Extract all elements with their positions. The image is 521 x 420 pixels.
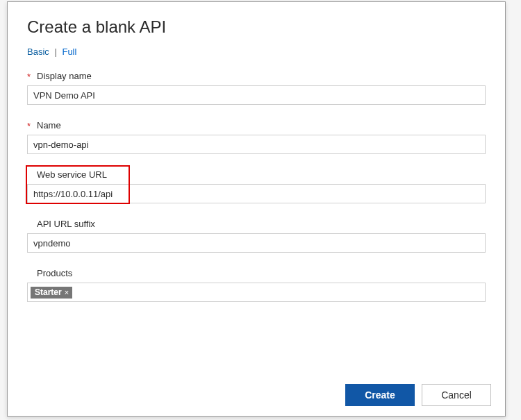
label-text: Products (37, 268, 72, 278)
field-web-service-url: Web service URL (27, 169, 486, 203)
remove-tag-icon[interactable]: × (65, 288, 69, 296)
dialog-title: Create a blank API (27, 17, 486, 37)
required-star-icon: * (27, 72, 31, 82)
tab-full[interactable]: Full (62, 47, 76, 57)
product-tag-label: Starter (35, 287, 62, 297)
tab-separator: | (54, 47, 56, 57)
dialog-footer: Create Cancel (8, 374, 505, 416)
label-text: Web service URL (37, 169, 107, 180)
products-tag-input[interactable]: Starter × (27, 283, 486, 302)
label-text: Display name (37, 71, 92, 81)
label-text: Name (37, 120, 61, 131)
label-api-url-suffix: API URL suffix (27, 219, 486, 229)
dialog-backdrop: Create a blank API Basic | Full * Displa… (0, 0, 521, 420)
cancel-button[interactable]: Cancel (422, 384, 491, 406)
name-input[interactable] (27, 135, 486, 154)
label-display-name: * Display name (27, 71, 486, 81)
api-url-suffix-input[interactable] (27, 233, 486, 253)
create-api-dialog: Create a blank API Basic | Full * Displa… (7, 1, 506, 417)
label-text: API URL suffix (37, 219, 95, 229)
field-display-name: * Display name (27, 71, 486, 105)
label-name: * Name (27, 120, 486, 131)
display-name-input[interactable] (27, 85, 486, 105)
field-products: Products Starter × (27, 268, 486, 302)
field-name: * Name (27, 120, 486, 154)
dialog-body: Create a blank API Basic | Full * Displa… (8, 2, 505, 374)
label-web-service-url: Web service URL (27, 169, 486, 180)
create-button[interactable]: Create (345, 384, 415, 406)
product-tag: Starter × (31, 287, 72, 299)
label-products: Products (27, 268, 486, 278)
view-tabs: Basic | Full (27, 47, 486, 57)
web-service-url-input[interactable] (27, 184, 486, 203)
tab-basic[interactable]: Basic (27, 47, 49, 57)
required-star-icon: * (27, 121, 31, 131)
field-api-url-suffix: API URL suffix (27, 219, 486, 253)
